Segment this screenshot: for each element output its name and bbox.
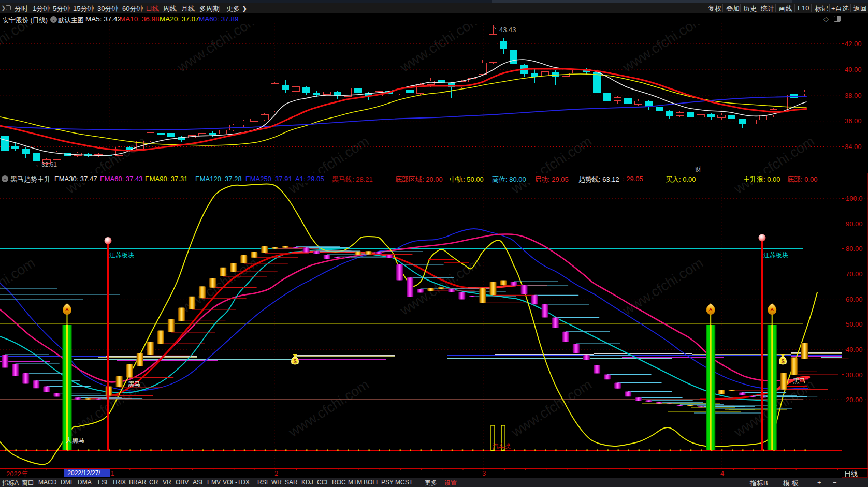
svg-text:黑马: 黑马 bbox=[793, 377, 805, 385]
svg-text:www.cfchi.com: www.cfchi.com bbox=[619, 255, 706, 319]
svg-text:www.cfchi.com: www.cfchi.com bbox=[731, 134, 817, 197]
svg-text:www.cfchi.com: www.cfchi.com bbox=[285, 377, 372, 440]
svg-text:$: $ bbox=[781, 358, 784, 364]
svg-text:www.cfchi.com: www.cfchi.com bbox=[842, 255, 868, 319]
svg-text:$: $ bbox=[293, 358, 296, 364]
svg-text:www.cfchi.com: www.cfchi.com bbox=[0, 255, 38, 319]
svg-text:←32.61: ←32.61 bbox=[35, 161, 57, 168]
svg-text:www.cfchi.com: www.cfchi.com bbox=[397, 12, 483, 76]
svg-text:江苏板块: 江苏板块 bbox=[109, 252, 134, 259]
svg-text:www.cfchi.com: www.cfchi.com bbox=[285, 134, 372, 197]
svg-text:www.cfchi.com: www.cfchi.com bbox=[174, 255, 261, 319]
svg-text:www.cfchi.com: www.cfchi.com bbox=[619, 12, 706, 76]
svg-text:江苏板块: 江苏板块 bbox=[763, 252, 788, 259]
svg-text:财: 财 bbox=[695, 166, 701, 173]
svg-text:汽车类: 汽车类 bbox=[492, 442, 511, 450]
svg-text:黑马: 黑马 bbox=[128, 380, 140, 388]
svg-text:43.43: 43.43 bbox=[499, 26, 516, 34]
svg-text:www.cfchi.com: www.cfchi.com bbox=[508, 134, 595, 197]
svg-text:大黑马: 大黑马 bbox=[66, 437, 84, 444]
